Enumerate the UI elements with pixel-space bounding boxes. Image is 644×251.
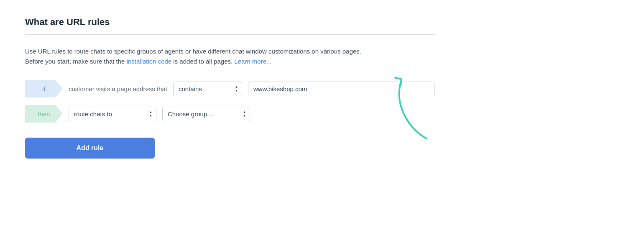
- add-rule-button[interactable]: Add rule: [25, 138, 155, 159]
- divider: [25, 34, 435, 35]
- then-row: then route chats to assign to agent Choo…: [25, 105, 435, 123]
- condition-text: customer visits a page address that: [69, 85, 167, 92]
- route-select-wrapper: route chats to assign to agent: [69, 107, 156, 121]
- contains-select[interactable]: contains does not contain starts with en…: [173, 82, 242, 96]
- page-title: What are URL rules: [25, 17, 435, 28]
- description-text-2: Before you start, make sure that the: [25, 58, 127, 65]
- if-row: if customer visits a page address that c…: [25, 80, 435, 97]
- route-chats-select[interactable]: route chats to assign to agent: [69, 107, 156, 121]
- description-text-1: Use URL rules to route chats to specific…: [25, 48, 361, 55]
- contains-select-wrapper: contains does not contain starts with en…: [173, 82, 242, 96]
- description: Use URL rules to route chats to specific…: [25, 46, 435, 67]
- main-container: What are URL rules Use URL rules to rout…: [0, 0, 460, 175]
- url-input[interactable]: [248, 82, 435, 96]
- group-select-wrapper: Choose group...: [162, 107, 250, 121]
- learn-more-link[interactable]: Learn more...: [234, 58, 271, 65]
- if-badge: if: [25, 80, 63, 97]
- then-badge: then: [25, 105, 63, 123]
- choose-group-select[interactable]: Choose group...: [162, 107, 250, 121]
- rules-area: if customer visits a page address that c…: [25, 80, 435, 123]
- description-text-3: is added to all pages.: [171, 58, 234, 65]
- installation-code-link[interactable]: installation code: [127, 58, 172, 65]
